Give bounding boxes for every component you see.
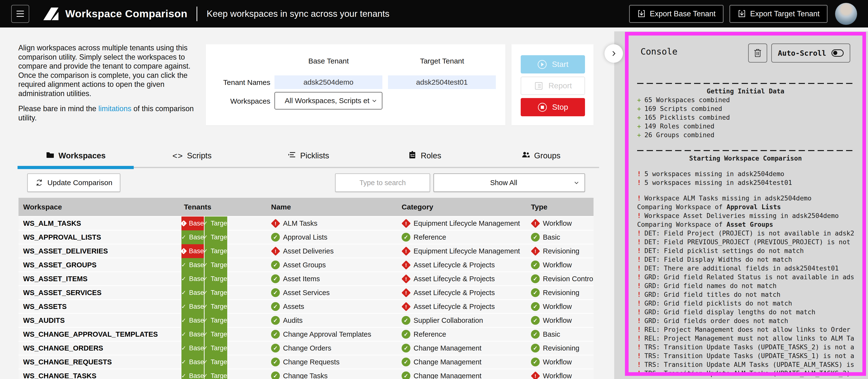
table-row[interactable]: WS_ASSET_SERVICES✓Base✓Target✓Asset Serv… bbox=[19, 286, 593, 299]
name-text: Audits bbox=[283, 316, 303, 324]
table-row[interactable]: WS_CHANGE_ORDERS✓Base✓Target✓Change Orde… bbox=[19, 342, 593, 355]
type-error-icon: ! bbox=[531, 372, 540, 379]
search-input[interactable] bbox=[335, 173, 430, 192]
tab-scripts[interactable]: <>Scripts bbox=[134, 145, 250, 166]
table-row[interactable]: WS_CHANGE_TASKS✓Base✓Target✓Change Tasks… bbox=[19, 369, 593, 379]
target-tenant-badge[interactable]: ✓Target bbox=[205, 286, 227, 300]
comparison-table: Workspace Tenants Name Category Type WS_… bbox=[19, 198, 593, 379]
report-button[interactable]: Report bbox=[521, 77, 585, 95]
target-tenant-badge[interactable]: ✓Target bbox=[205, 230, 227, 244]
table-row[interactable]: WS_ASSET_ITEMS✓Base✓Target✓Asset Items!A… bbox=[19, 272, 593, 285]
collapse-console-button[interactable] bbox=[604, 44, 623, 63]
target-tenant-badge[interactable]: ✓Target bbox=[205, 369, 227, 379]
base-tenant-badge[interactable]: !Base bbox=[181, 244, 204, 258]
log-line: !Workspace Asset Deliveries missing in a… bbox=[637, 211, 854, 220]
base-tenant-badge[interactable]: ✓Base bbox=[181, 272, 204, 286]
target-tenant-badge[interactable]: ✓Target bbox=[205, 258, 227, 272]
table-row[interactable]: WS_ALM_TASKS!Base✓Target!ALM Tasks!Equip… bbox=[19, 217, 593, 230]
log-line: +26 Groups combined bbox=[637, 131, 854, 139]
target-tenant-badge[interactable]: ✓Target bbox=[205, 355, 227, 369]
workspace-cell: WS_CHANGE_APPROVAL_TEMPLATES bbox=[23, 328, 158, 341]
category-cell: !Asset Lifecycle & Projects bbox=[402, 259, 495, 272]
stop-icon bbox=[537, 102, 547, 112]
name-error-icon: ! bbox=[271, 219, 280, 228]
base-tenant-badge[interactable]: ✓Base bbox=[181, 314, 204, 328]
category-cell: ✓Change Management bbox=[402, 342, 482, 355]
target-tenant-badge[interactable]: ✓Target bbox=[205, 328, 227, 341]
type-cell: !Workflow bbox=[531, 217, 572, 230]
table-row[interactable]: WS_AUDITS✓Base✓Target✓Audits✓Supplier Co… bbox=[19, 314, 593, 327]
clear-console-button[interactable] bbox=[748, 43, 767, 63]
table-row[interactable]: WS_APPROVAL_LISTS✓Base✓Target✓Approval L… bbox=[19, 231, 593, 244]
target-tenant-badge[interactable]: ✓Target bbox=[205, 272, 227, 286]
base-tenant-badge[interactable]: ✓Base bbox=[181, 355, 204, 369]
target-tenant-badge[interactable]: ✓Target bbox=[205, 216, 227, 230]
column-header-type: Type bbox=[531, 198, 548, 216]
target-tenant-input[interactable] bbox=[388, 75, 496, 89]
table-header: Workspace Tenants Name Category Type bbox=[19, 198, 593, 216]
workspaces-select[interactable]: All Workspaces, Scripts et bbox=[275, 92, 382, 109]
tab-workspaces[interactable]: Workspaces bbox=[18, 145, 134, 166]
tab-roles[interactable]: Roles bbox=[367, 145, 483, 166]
chevron-down-icon bbox=[573, 179, 580, 186]
stop-button[interactable]: Stop bbox=[521, 98, 585, 116]
base-tenant-badge[interactable]: ✓Base bbox=[181, 230, 204, 244]
warning-icon: ! bbox=[637, 361, 641, 368]
base-tenant-badge[interactable]: !Base bbox=[181, 216, 204, 230]
category-text: Asset Lifecycle & Projects bbox=[413, 261, 495, 269]
log-line: !Workspace ALM Tasks missing in adsk2504… bbox=[637, 194, 854, 203]
base-tenant-badge[interactable]: ✓Base bbox=[181, 369, 204, 379]
table-row[interactable]: WS_ASSET_GROUPS✓Base✓Target✓Asset Groups… bbox=[19, 259, 593, 272]
auto-scroll-toggle-icon[interactable] bbox=[832, 49, 844, 57]
base-tenant-badge[interactable]: ✓Base bbox=[181, 258, 204, 272]
type-cell: ✓Revision Control bbox=[531, 272, 593, 285]
table-row[interactable]: WS_ASSETS✓Base✓Target✓Assets!Asset Lifec… bbox=[19, 300, 593, 313]
check-icon: ✓ bbox=[181, 275, 186, 282]
export-base-tenant-button[interactable]: Export Base Tenant bbox=[629, 5, 723, 23]
check-icon: ✓ bbox=[203, 303, 208, 310]
base-tenant-badge[interactable]: ✓Base bbox=[181, 300, 204, 314]
base-tenant-badge[interactable]: ✓Base bbox=[181, 328, 204, 341]
table-row[interactable]: WS_ASSET_DELIVERIES!Base✓Target!Asset De… bbox=[19, 244, 593, 257]
tab-label: Picklists bbox=[300, 151, 329, 160]
name-ok-icon: ✓ bbox=[271, 302, 280, 311]
workspaces-label: Workspaces bbox=[210, 97, 270, 105]
tab-picklists[interactable]: Picklists bbox=[250, 145, 367, 166]
name-cell: ✓Assets bbox=[271, 300, 304, 313]
tab-groups[interactable]: Groups bbox=[483, 145, 599, 166]
target-tenant-badge[interactable]: ✓Target bbox=[205, 244, 227, 258]
limitations-link[interactable]: limitations bbox=[98, 104, 131, 113]
menu-icon[interactable] bbox=[11, 5, 29, 23]
target-tenant-badge[interactable]: ✓Target bbox=[205, 300, 227, 314]
name-text: Change Orders bbox=[283, 344, 331, 352]
auto-scroll-button[interactable]: Auto-Scroll bbox=[771, 43, 850, 63]
target-tenant-badge[interactable]: ✓Target bbox=[205, 341, 227, 355]
name-cell: !Asset Deliveries bbox=[271, 244, 334, 257]
update-comparison-button[interactable]: Update Comparison bbox=[27, 173, 120, 192]
type-ok-icon: ✓ bbox=[531, 274, 540, 283]
base-tenant-input[interactable] bbox=[275, 75, 382, 89]
warning-icon: ! bbox=[637, 326, 641, 333]
show-filter-value: Show All bbox=[434, 179, 573, 187]
user-avatar[interactable] bbox=[835, 3, 857, 25]
page-title: Workspace Comparison bbox=[65, 8, 187, 20]
start-button[interactable]: Start bbox=[521, 55, 585, 73]
table-row[interactable]: WS_CHANGE_APPROVAL_TEMPLATES✓Base✓Target… bbox=[19, 328, 593, 341]
type-ok-icon: ✓ bbox=[531, 357, 540, 366]
export-target-tenant-button[interactable]: Export Target Tenant bbox=[730, 5, 828, 23]
trash-icon bbox=[753, 48, 762, 58]
base-tenant-badge[interactable]: ✓Base bbox=[181, 341, 204, 355]
category-text: Asset Lifecycle & Projects bbox=[413, 289, 495, 297]
target-tenant-badge[interactable]: ✓Target bbox=[205, 314, 227, 328]
base-tenant-badge[interactable]: ✓Base bbox=[181, 286, 204, 300]
check-icon: ✓ bbox=[181, 358, 186, 366]
show-filter-select[interactable]: Show All bbox=[434, 173, 585, 192]
category-text: Reference bbox=[413, 233, 446, 241]
type-ok-icon: ✓ bbox=[531, 316, 540, 325]
badge-label: Target bbox=[211, 275, 229, 283]
category-error-icon: ! bbox=[402, 274, 410, 283]
download-icon bbox=[637, 9, 646, 18]
table-row[interactable]: WS_CHANGE_REQUESTS✓Base✓Target✓Change Re… bbox=[19, 355, 593, 369]
name-cell: ✓Change Approval Templates bbox=[271, 328, 371, 341]
error-diamond-icon: ! bbox=[181, 248, 187, 254]
